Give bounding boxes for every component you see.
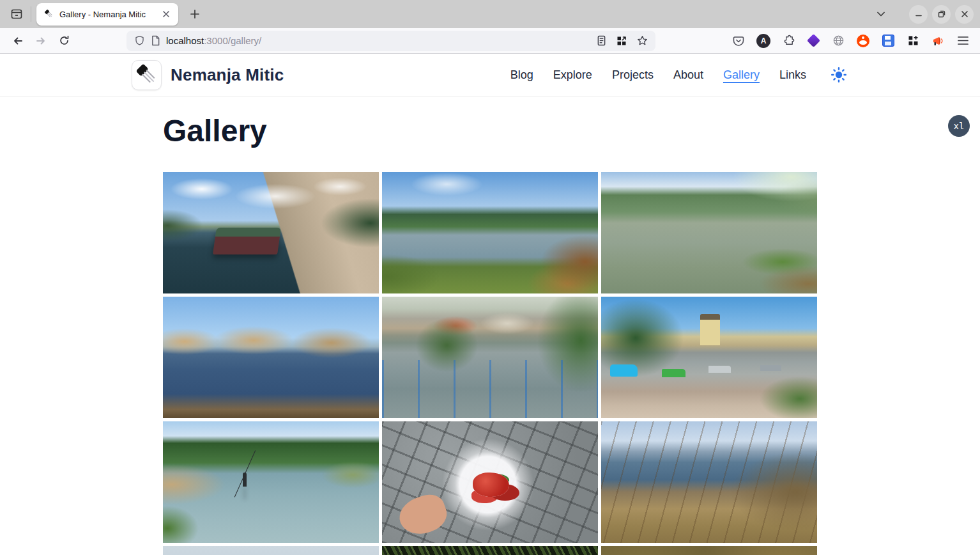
urlbar-actions: [593, 33, 650, 49]
gallery-photo-p2[interactable]: [382, 172, 598, 293]
grid-plus-icon: [908, 35, 919, 46]
list-all-tabs-button[interactable]: [871, 4, 891, 24]
chevron-down-icon: [877, 10, 885, 19]
nav-link-blog[interactable]: Blog: [510, 68, 533, 82]
browser-window: Gallery - Nemanja Mitic: [0, 0, 980, 54]
reload-icon: [59, 35, 70, 46]
transistor-logo-icon: [135, 63, 158, 86]
breakpoint-badge: xl: [948, 115, 970, 137]
gallery-photo-p8[interactable]: [382, 421, 598, 543]
url-text[interactable]: localhost:3000/gallery/: [166, 35, 587, 46]
floppy-disk-icon: [882, 35, 894, 47]
gallery-photo-p6[interactable]: [601, 297, 817, 418]
site-title[interactable]: Nemanja Mitic: [171, 65, 284, 85]
close-icon: [961, 10, 969, 18]
site-header: Nemanja Mitic BlogExploreProjectsAboutGa…: [0, 54, 980, 97]
minimize-button[interactable]: [909, 5, 928, 24]
main-content: Gallery: [163, 114, 817, 555]
new-tab-button[interactable]: [185, 4, 205, 24]
close-window-button[interactable]: [955, 5, 974, 24]
url-host: localhost: [166, 35, 204, 46]
shield-icon: [134, 35, 145, 46]
account-avatar: A: [756, 34, 770, 48]
menu-button[interactable]: [953, 31, 972, 51]
reader-view-button[interactable]: [593, 33, 609, 49]
reader-view-icon: [597, 35, 606, 46]
extension-reddit-button[interactable]: [854, 31, 873, 51]
gallery-photo-p12[interactable]: [601, 546, 817, 555]
reddit-icon: [857, 35, 869, 47]
nav-link-projects[interactable]: Projects: [612, 68, 654, 82]
sun-icon: [831, 66, 847, 83]
extensions-button[interactable]: [779, 31, 798, 51]
bookmark-star-button[interactable]: [634, 33, 650, 49]
forward-arrow-icon: [35, 35, 47, 47]
extension-megaphone-button[interactable]: [928, 31, 947, 51]
account-button[interactable]: A: [754, 31, 773, 51]
nav-link-links[interactable]: Links: [779, 68, 806, 82]
tab-title: Gallery - Nemanja Mitic: [59, 10, 154, 19]
gallery-photo-p11[interactable]: [382, 546, 598, 555]
gallery-photo-p4[interactable]: [163, 297, 379, 418]
tab-close-button[interactable]: [159, 7, 173, 21]
globe-wireframe-icon: [832, 35, 845, 47]
extension-gem-button[interactable]: [804, 31, 823, 51]
grid-arrow-icon: [616, 36, 627, 46]
site-favicon-icon: [44, 9, 54, 19]
extension-save-button[interactable]: [878, 31, 898, 51]
gallery-photo-p5[interactable]: [382, 297, 598, 418]
gallery-photo-p7[interactable]: [163, 421, 379, 543]
firefox-view-icon: [10, 8, 23, 20]
navigation-toolbar: localhost:3000/gallery/ A: [0, 28, 980, 54]
purple-gem-icon: [806, 34, 820, 47]
hamburger-menu-icon: [958, 36, 969, 45]
window-controls: [909, 5, 974, 24]
gallery-photo-p9[interactable]: [601, 421, 817, 543]
main-nav: BlogExploreProjectsAboutGalleryLinks: [510, 68, 806, 82]
pocket-button[interactable]: [729, 31, 748, 51]
forward-button[interactable]: [31, 31, 51, 51]
url-path: :3000/gallery/: [204, 35, 261, 46]
back-button[interactable]: [8, 31, 28, 51]
divider: [31, 6, 31, 22]
photo-grid: [163, 172, 817, 555]
restore-button[interactable]: [932, 5, 951, 24]
url-bar[interactable]: localhost:3000/gallery/: [126, 31, 655, 51]
gallery-photo-p3[interactable]: [601, 172, 817, 293]
close-icon: [162, 10, 170, 18]
megaphone-icon: [931, 35, 944, 47]
browser-tab[interactable]: Gallery - Nemanja Mitic: [36, 3, 178, 26]
theme-toggle-button[interactable]: [829, 65, 848, 84]
star-icon: [637, 35, 648, 46]
page-title: Gallery: [163, 114, 817, 148]
firefox-view-button[interactable]: [6, 4, 27, 24]
gallery-photo-p1[interactable]: [163, 172, 379, 293]
grid-arrow-button[interactable]: [613, 33, 630, 49]
extension-globe-button[interactable]: [829, 31, 848, 51]
tab-strip: Gallery - Nemanja Mitic: [0, 0, 980, 28]
extension-grid-button[interactable]: [903, 31, 923, 51]
gallery-photo-p10[interactable]: [163, 546, 379, 555]
pocket-icon: [733, 35, 744, 47]
puzzle-piece-icon: [783, 35, 795, 47]
minimize-icon: [915, 10, 923, 18]
page-info-icon: [151, 35, 160, 46]
back-arrow-icon: [12, 35, 24, 47]
site-logo[interactable]: [132, 60, 162, 90]
nav-link-gallery[interactable]: Gallery: [723, 68, 760, 82]
reload-button[interactable]: [54, 31, 74, 51]
plus-icon: [190, 10, 199, 19]
toolbar-extensions: A: [729, 31, 972, 51]
nav-link-explore[interactable]: Explore: [553, 68, 592, 82]
nav-link-about[interactable]: About: [673, 68, 703, 82]
restore-icon: [938, 10, 946, 18]
